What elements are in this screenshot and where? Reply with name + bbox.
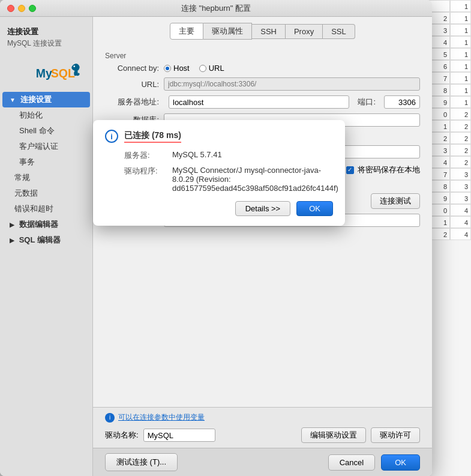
- bg-cell: 3: [450, 180, 471, 192]
- popup-driver-label: 驱动程序:: [124, 166, 172, 193]
- connect-by-group: Host URL: [164, 64, 224, 73]
- bg-cell: 4: [429, 156, 450, 168]
- sidebar-item-connection-settings[interactable]: ▼ 连接设置: [2, 92, 90, 107]
- url-label: URL:: [105, 80, 159, 89]
- popup-driver-row: 驱动程序: MySQL Connector/J mysql-connector-…: [124, 166, 333, 193]
- bg-cell: 1: [450, 24, 471, 36]
- sidebar: 连接设置 MySQL 连接设置 My SQL ▼ 连接设: [0, 17, 93, 476]
- driver-name-label: 驱动名称:: [105, 430, 139, 441]
- chevron-icon: ▶: [10, 237, 14, 244]
- info-row: i 可以在连接参数中使用变量: [105, 412, 420, 423]
- window-title: 连接 "hepburn" 配置: [181, 3, 251, 14]
- bg-cell: 3: [429, 144, 450, 156]
- popup-header: i 已连接 (78 ms): [105, 130, 333, 143]
- bg-cell: 2: [450, 120, 471, 132]
- driver-buttons: 编辑驱动设置 驱动许可: [301, 427, 420, 443]
- ok-button[interactable]: OK: [381, 454, 420, 471]
- sidebar-item-init[interactable]: 初始化: [2, 107, 90, 123]
- sidebar-item-error-timeout[interactable]: 错误和超时: [2, 201, 90, 217]
- svg-point-2: [73, 65, 75, 67]
- save-password-checkbox[interactable]: [346, 166, 354, 174]
- radio-host[interactable]: Host: [164, 64, 190, 73]
- sidebar-header: 连接设置 MySQL 连接设置: [0, 22, 92, 56]
- minimize-button[interactable]: [18, 5, 25, 12]
- bg-cell: 3: [429, 24, 450, 36]
- radio-url-circle: [199, 65, 206, 72]
- window-buttons: 测试连接 (T)... Cancel OK: [93, 448, 432, 476]
- server-addr-label: 服务器地址:: [105, 97, 159, 107]
- sidebar-item-sql-editor[interactable]: ▶ SQL 编辑器: [2, 232, 90, 248]
- server-addr-input[interactable]: [169, 95, 349, 109]
- form-content: Server Connect by: Host URL: [93, 44, 432, 407]
- connect-by-row: Connect by: Host URL: [105, 64, 420, 73]
- bg-cell: 9: [429, 96, 450, 108]
- sidebar-item-shell-cmd[interactable]: Shell 命令: [2, 123, 90, 139]
- chevron-icon: ▼: [10, 97, 16, 103]
- driver-license-btn[interactable]: 驱动许可: [371, 427, 420, 443]
- connect-by-label: Connect by:: [105, 64, 159, 73]
- popup-info-icon: i: [105, 130, 118, 143]
- save-password-row: 将密码保存在本地: [346, 164, 420, 175]
- tab-ssl[interactable]: SSL: [323, 24, 355, 39]
- popup-title: 已连接 (78 ms): [124, 130, 181, 143]
- popup-body: 服务器: MySQL 5.7.41 驱动程序: MySQL Connector/…: [124, 150, 333, 193]
- tabs-bar: 主要 驱动属性 SSH Proxy SSL: [93, 17, 432, 44]
- tab-proxy[interactable]: Proxy: [286, 24, 323, 39]
- tab-driver-props[interactable]: 驱动属性: [203, 23, 252, 40]
- svg-text:My: My: [36, 67, 52, 80]
- bg-cell: [429, 0, 450, 12]
- bg-cell: 0: [429, 204, 450, 216]
- cancel-button[interactable]: Cancel: [328, 454, 375, 471]
- sidebar-item-metadata[interactable]: 元数据: [2, 185, 90, 201]
- main-window: 连接 "hepburn" 配置 连接设置 MySQL 连接设置 My SQL: [0, 0, 432, 476]
- svg-text:SQL: SQL: [51, 67, 75, 80]
- server-addr-row: 服务器地址: 端口:: [105, 95, 420, 109]
- popup-ok-button[interactable]: OK: [296, 201, 333, 216]
- bg-cell: 4: [450, 228, 471, 240]
- sidebar-item-service[interactable]: 事务: [2, 154, 90, 170]
- tab-ssh[interactable]: SSH: [252, 24, 286, 39]
- edit-driver-btn[interactable]: 编辑驱动设置: [301, 427, 366, 443]
- port-label: 端口:: [358, 97, 376, 107]
- bg-cell: 0: [429, 108, 450, 120]
- driver-row: 驱动名称: 编辑驱动设置 驱动许可: [105, 427, 420, 443]
- popup-dialog: i 已连接 (78 ms) 服务器: MySQL 5.7.41 驱动程序: My…: [93, 120, 345, 226]
- bottom-bar: i 可以在连接参数中使用变量 驱动名称: 编辑驱动设置 驱动许可: [93, 407, 432, 448]
- content-area: 主要 驱动属性 SSH Proxy SSL Server Connect by:…: [93, 17, 432, 476]
- popup-footer: Details >> OK: [105, 201, 333, 216]
- bg-cell: 1: [450, 96, 471, 108]
- bg-cell: 2: [429, 132, 450, 144]
- driver-name-input[interactable]: [143, 429, 215, 442]
- sidebar-item-general[interactable]: 常规: [2, 170, 90, 185]
- close-button[interactable]: [7, 5, 14, 12]
- title-bar: 连接 "hepburn" 配置: [0, 0, 432, 17]
- url-input[interactable]: [164, 77, 420, 91]
- server-section-label: Server: [105, 52, 420, 60]
- bg-cell: 4: [429, 36, 450, 48]
- bg-cell: 9: [429, 192, 450, 204]
- maximize-button[interactable]: [29, 5, 36, 12]
- chevron-icon: ▶: [10, 221, 14, 228]
- radio-host-circle: [164, 65, 171, 72]
- bg-cell: 1: [450, 36, 471, 48]
- sidebar-item-client-auth[interactable]: 客户端认证: [2, 139, 90, 154]
- bg-cell: 7: [429, 72, 450, 84]
- bg-cell: 1: [450, 84, 471, 96]
- radio-url[interactable]: URL: [199, 64, 224, 73]
- info-link[interactable]: 可以在连接参数中使用变量: [118, 412, 205, 423]
- info-icon: i: [105, 413, 115, 423]
- test-connection-button[interactable]: 测试连接 (T)...: [105, 453, 178, 471]
- bg-cell: 2: [450, 144, 471, 156]
- main-buttons: Cancel OK: [328, 454, 420, 471]
- bg-cell: 2: [450, 132, 471, 144]
- test-connection-btn[interactable]: 连接测试: [371, 193, 420, 209]
- tab-main[interactable]: 主要: [170, 23, 203, 40]
- sidebar-item-data-editor[interactable]: ▶ 数据编辑器: [2, 217, 90, 232]
- url-row: URL:: [105, 77, 420, 91]
- bg-cell: 2: [450, 108, 471, 120]
- bg-cell: 1: [450, 0, 471, 12]
- bg-cell: 1: [429, 120, 450, 132]
- bg-cell: 3: [450, 192, 471, 204]
- popup-details-button[interactable]: Details >>: [235, 201, 291, 216]
- port-input[interactable]: [384, 95, 420, 109]
